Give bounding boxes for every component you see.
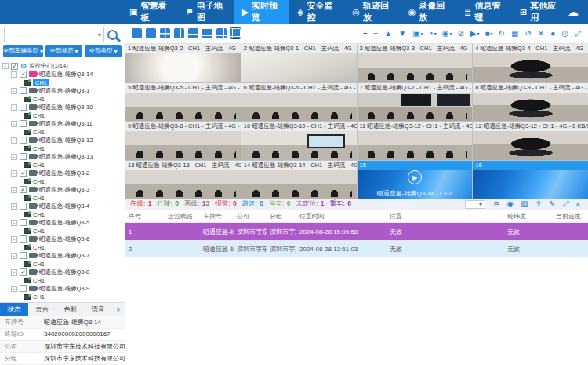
device-checkbox[interactable]: [20, 252, 27, 259]
tree-channel-row[interactable]: CH1: [2, 128, 125, 137]
globe-icon[interactable]: ◉: [506, 200, 514, 208]
eye-button[interactable]: ◎: [561, 30, 569, 38]
device-label[interactable]: 昭通应急-雄狮Q3-1: [39, 87, 89, 95]
video-tile[interactable]: 8 昭通应急-雄狮Q3-9 - CH1 - 主码流 - 4G - 0 KB...: [473, 83, 588, 122]
search-input[interactable]: [5, 27, 96, 42]
table-row[interactable]: 1昭通应急-雄狮Q深圳市宇东技术科技深圳市宇东技术科技2024-08-28 15…: [125, 223, 588, 240]
collapse-toggle-icon[interactable]: -: [11, 269, 17, 276]
collapse-toggle-icon[interactable]: -: [11, 88, 17, 94]
video-frame[interactable]: [358, 93, 473, 122]
device-label[interactable]: 昭通应急-雄狮Q3-2: [39, 170, 89, 177]
delete-button[interactable]: ✕: [538, 30, 545, 38]
device-label[interactable]: 昭通应急-雄狮Q3-14: [39, 71, 93, 78]
zoom-in-button[interactable]: +: [363, 30, 368, 38]
video-frame[interactable]: [473, 170, 588, 199]
collapse-toggle-icon[interactable]: -: [11, 154, 17, 160]
video-tile[interactable]: 14 昭通应急-雄狮Q3-14 - CH1 - 主码流 - 4G - 3...: [241, 161, 357, 199]
device-checkbox[interactable]: [20, 285, 27, 292]
video-tile[interactable]: 5 昭通应急-雄狮Q3-5 - CH1 - 主码流 - 4G - 0 K...: [125, 83, 241, 122]
device-checkbox[interactable]: [20, 104, 27, 111]
page-down-button[interactable]: ▼: [398, 30, 407, 38]
channel-label[interactable]: CH1: [33, 277, 45, 284]
play-circle-icon[interactable]: ▶: [408, 170, 422, 184]
channel-label[interactable]: CH1: [33, 178, 45, 185]
tree-device-row[interactable]: - 昭通应急-雄狮Q3-13: [2, 153, 125, 162]
device-checkbox[interactable]: [20, 153, 27, 160]
stop-button[interactable]: ■ ▾: [485, 30, 493, 38]
tree-channel-row[interactable]: CH1: [2, 243, 125, 252]
layout-4-icon[interactable]: [160, 28, 170, 38]
tree-channel-row[interactable]: CH1: [2, 276, 125, 285]
search-icon[interactable]: [107, 30, 118, 40]
sidebar-tab[interactable]: 语音: [84, 303, 112, 316]
channel-label[interactable]: CH1: [33, 96, 45, 103]
device-checkbox[interactable]: [20, 186, 27, 193]
device-checkbox[interactable]: [20, 137, 27, 144]
nav-tab[interactable]: ▶ 实时预览: [234, 0, 289, 24]
video-frame[interactable]: [473, 131, 588, 160]
video-tile[interactable]: 6 昭通应急-雄狮Q3-6 - CH1 - 主码流 - 4G - 0 K...: [241, 83, 357, 122]
nav-tab[interactable]: ≣ 信息管理: [456, 0, 512, 24]
window-button[interactable]: ▣ ▾: [412, 30, 423, 38]
table-row[interactable]: 2昭通应急-雄狮Q深圳市宇东技术科技深圳市宇东技术科技2024-08-28 13…: [125, 240, 588, 257]
page-up-button[interactable]: ▲: [384, 30, 393, 38]
video-tile[interactable]: 15 ▶ 昭通应急-雄狮Q3-14 - CH1: [358, 161, 473, 199]
tree-root-label[interactable]: 监控中心(1/14): [29, 62, 68, 70]
device-label[interactable]: 昭通应急-雄狮Q3-7: [39, 252, 89, 260]
search-box[interactable]: ▾: [4, 27, 104, 42]
video-tile[interactable]: 1 昭通应急-雄狮Q3-2 - CH1 - 主码流 - 4G - 0 K...: [125, 44, 241, 82]
nav-tab[interactable]: ◉ 录像回放: [401, 0, 456, 24]
zoom-out-button[interactable]: −: [373, 30, 379, 38]
layout-16-icon[interactable]: [230, 28, 241, 38]
channel-label[interactable]: CH1: [33, 228, 45, 235]
layout-2-icon[interactable]: [146, 28, 156, 38]
channel-label[interactable]: CH1: [33, 294, 45, 301]
filter-dropdown[interactable]: 全部类型 ▾: [85, 45, 122, 57]
record-button[interactable]: ●: [550, 30, 556, 38]
tree-device-row[interactable]: - 昭通应急-雄狮Q3-7: [2, 252, 125, 261]
nav-tab[interactable]: ◎ 轨迹回放: [344, 0, 400, 24]
collapse-toggle-icon[interactable]: -: [11, 121, 17, 127]
export-icon[interactable]: ⇧: [535, 200, 542, 208]
nav-tab[interactable]: ▣ 智慧看板: [122, 0, 178, 24]
tree-channel-row[interactable]: CH1: [2, 227, 125, 235]
video-tile[interactable]: 16: [473, 161, 588, 199]
tree-device-row[interactable]: - 昭通应急-雄狮Q3-12: [2, 137, 125, 145]
channel-label[interactable]: CH1: [33, 112, 45, 119]
channel-label[interactable]: CH1: [33, 79, 49, 86]
channel-label[interactable]: CH1: [33, 129, 45, 136]
tree-channel-row[interactable]: CH1: [2, 161, 125, 170]
cloud-icon[interactable]: ☁: [568, 5, 588, 18]
save-button[interactable]: ▦: [511, 30, 519, 38]
root-checkbox[interactable]: [11, 63, 18, 70]
video-tile[interactable]: 11 昭通应急-雄狮Q3-12 - CH1 - 主码流 - 4G - 0 ...: [358, 122, 473, 160]
collapse-icon[interactable]: »: [574, 202, 582, 206]
device-label[interactable]: 昭通应急-雄狮Q3-4: [39, 203, 89, 210]
video-frame[interactable]: [125, 170, 241, 199]
video-tile[interactable]: 10 昭通应急-雄狮Q3-10 - CH1 - 主码流 - 4G - 0 ...: [241, 122, 357, 160]
collapse-toggle-icon[interactable]: -: [11, 286, 17, 292]
channel-label[interactable]: CH1: [33, 145, 45, 152]
channel-label[interactable]: CH1: [33, 244, 45, 251]
layout-13-icon[interactable]: [216, 28, 227, 38]
layout-8-icon[interactable]: [188, 28, 198, 38]
tree-channel-row[interactable]: CH1: [2, 210, 125, 219]
video-frame[interactable]: ▶ 昭通应急-雄狮Q3-14 - CH1: [358, 170, 473, 199]
video-tile[interactable]: 4 昭通应急-雄狮Q3-4 - CH1 - 主码流 - 4G - 0 KB...: [473, 44, 588, 82]
chevrons-icon[interactable]: »: [112, 304, 125, 316]
device-label[interactable]: 昭通应急-雄狮Q3-8: [39, 268, 89, 276]
video-tile[interactable]: 12 昭通应急-雄狮Q3-12 - CH1 - 4G - 0 KB/S / 2.…: [473, 122, 588, 160]
channel-label[interactable]: CH1: [33, 195, 45, 202]
tree-device-row[interactable]: - 昭通应急-雄狮Q3-6: [2, 235, 125, 244]
tree-channel-row[interactable]: CH1: [2, 260, 125, 268]
video-frame[interactable]: [358, 131, 473, 160]
collapse-toggle-icon[interactable]: -: [11, 220, 17, 226]
video-frame[interactable]: [473, 93, 588, 122]
layout-6-icon[interactable]: [174, 28, 184, 38]
collapse-toggle-icon[interactable]: -: [11, 170, 17, 177]
video-tile[interactable]: 3 昭通应急-雄狮Q3-3 - CH1 - 主码流 - 4G - 0 K...: [358, 44, 473, 82]
page-size-select[interactable]: ▾: [465, 200, 485, 209]
device-checkbox[interactable]: [20, 87, 27, 94]
video-frame[interactable]: [125, 53, 241, 82]
device-checkbox[interactable]: [20, 120, 27, 127]
